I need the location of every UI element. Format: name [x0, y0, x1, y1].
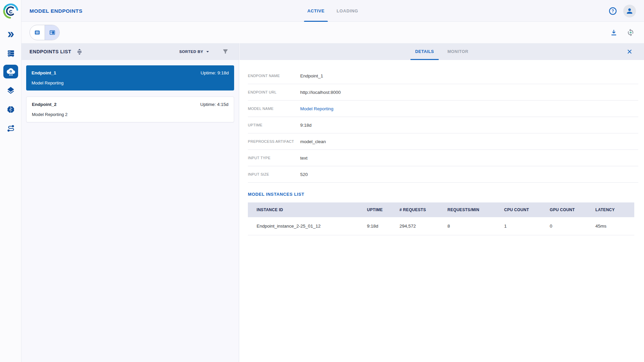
- content-area: ENDPOINTS LIST SORTED BY: [21, 43, 644, 362]
- endpoint-details-panel: DETAILS MONITOR ENDPOINT NAME Endpoint_1…: [239, 43, 644, 362]
- tab-loading-label: LOADING: [337, 8, 358, 13]
- instance-requests: 294,572: [399, 224, 447, 229]
- tab-active-label: ACTIVE: [307, 8, 324, 13]
- left-nav-rail: c: [0, 0, 21, 362]
- layers-icon[interactable]: [6, 86, 15, 95]
- endpoints-list-panel: ENDPOINTS LIST SORTED BY: [21, 43, 239, 362]
- table-row[interactable]: Endpoint_instance_2-25_01_12 9:18d 294,5…: [248, 217, 634, 235]
- instance-latency: 45ms: [595, 224, 634, 229]
- column-header: LATENCY: [595, 207, 634, 212]
- field-label: UPTIME: [248, 123, 300, 127]
- endpoint-model: Model Reporting: [32, 80, 229, 85]
- field-value: 520: [300, 172, 308, 177]
- endpoint-uptime: Uptime: 9:18d: [201, 70, 229, 75]
- instance-requests-per-min: 8: [447, 224, 504, 229]
- auto-refresh-pause-icon[interactable]: [627, 28, 635, 37]
- server-rack-icon[interactable]: [6, 49, 15, 58]
- instance-cpu-count: 1: [504, 224, 550, 229]
- person-icon: [626, 7, 634, 15]
- instance-id: Endpoint_instance_2-25_01_12: [248, 224, 367, 229]
- table-header-row: INSTANCE ID UPTIME # REQUESTS REQUESTS/M…: [248, 202, 634, 217]
- endpoints-list-header: ENDPOINTS LIST SORTED BY: [21, 43, 239, 60]
- endpoint-uptime: Uptime: 4:15d: [200, 102, 228, 107]
- column-header: # REQUESTS: [399, 207, 447, 212]
- field-value: Endpoint_1: [300, 73, 323, 78]
- model-instances-table: INSTANCE ID UPTIME # REQUESTS REQUESTS/M…: [248, 202, 634, 235]
- details-tabs: DETAILS MONITOR: [409, 43, 475, 60]
- brain-icon[interactable]: [6, 105, 15, 114]
- details-fields: ENDPOINT NAME Endpoint_1 ENDPOINT URL ht…: [248, 68, 638, 183]
- view-toggle: [30, 25, 60, 40]
- column-header: CPU COUNT: [504, 207, 550, 212]
- field-label: PREPROCESS ARTIFACT: [248, 139, 300, 143]
- list-view-icon[interactable]: [30, 25, 45, 40]
- field-row: INPUT SIZE 520: [248, 166, 638, 183]
- field-label: MODEL NAME: [248, 107, 300, 111]
- endpoint-card-1[interactable]: Endpoint_1 Uptime: 9:18d Model Reporting: [26, 65, 234, 90]
- download-icon[interactable]: [610, 28, 618, 37]
- page-title: MODEL ENDPOINTS: [30, 0, 83, 22]
- field-label: ENDPOINT NAME: [248, 74, 300, 78]
- model-name-link[interactable]: Model Reporting: [300, 106, 333, 111]
- column-header: GPU COUNT: [550, 207, 595, 212]
- topbar-icons: ?: [608, 0, 636, 22]
- tab-monitor[interactable]: MONITOR: [441, 43, 475, 60]
- field-row: UPTIME 9:18d: [248, 117, 638, 133]
- top-bar: MODEL ENDPOINTS ACTIVE LOADING ?: [21, 0, 644, 22]
- model-instances-list-title[interactable]: MODEL INSTANCES LIST: [248, 192, 644, 197]
- field-value: 9:18d: [300, 123, 312, 128]
- endpoint-name: Endpoint_1: [32, 70, 56, 75]
- cnvrg-logo-icon[interactable]: c: [3, 3, 19, 19]
- tab-loading[interactable]: LOADING: [331, 0, 364, 22]
- field-row: PREPROCESS ARTIFACT model_clean: [248, 133, 638, 150]
- instance-gpu-count: 0: [550, 224, 595, 229]
- endpoint-model: Model Reporting 2: [32, 112, 228, 117]
- field-row: MODEL NAME Model Reporting: [248, 101, 638, 117]
- column-header: REQUESTS/MIN: [447, 207, 504, 212]
- endpoints-list-title: ENDPOINTS LIST: [30, 49, 71, 54]
- toolbar-actions: [610, 22, 635, 43]
- model-endpoints-icon[interactable]: [3, 65, 18, 78]
- field-label: ENDPOINT URL: [248, 90, 300, 94]
- sort-icon[interactable]: [76, 48, 83, 55]
- field-label: INPUT SIZE: [248, 172, 300, 176]
- toolbar: [21, 22, 644, 43]
- details-header: DETAILS MONITOR: [239, 43, 644, 60]
- pipeline-icon[interactable]: [6, 124, 15, 133]
- field-row: ENDPOINT URL http://localhost:8000: [248, 84, 638, 101]
- field-label: INPUT TYPE: [248, 156, 300, 160]
- endpoints-cards: Endpoint_1 Uptime: 9:18d Model Reporting…: [21, 60, 239, 134]
- sorted-by-label: SORTED BY: [179, 50, 203, 54]
- tab-active[interactable]: ACTIVE: [301, 0, 330, 22]
- field-value: http://localhost:8000: [300, 90, 341, 95]
- instance-uptime: 9:18d: [367, 224, 399, 229]
- split-view-icon[interactable]: [45, 25, 59, 40]
- chevron-down-icon: [205, 49, 211, 55]
- user-avatar[interactable]: [623, 5, 636, 17]
- field-value: text: [300, 156, 308, 161]
- sorted-by-dropdown[interactable]: SORTED BY: [179, 49, 211, 55]
- svg-text:?: ?: [611, 9, 614, 13]
- endpoint-name: Endpoint_2: [32, 102, 57, 107]
- field-value: model_clean: [300, 139, 326, 144]
- column-header: UPTIME: [367, 207, 399, 212]
- tab-monitor-label: MONITOR: [447, 49, 468, 54]
- tab-details[interactable]: DETAILS: [409, 43, 441, 60]
- help-icon[interactable]: ?: [608, 7, 617, 15]
- filter-icon[interactable]: [222, 48, 229, 55]
- endpoint-card-2[interactable]: Endpoint_2 Uptime: 4:15d Model Reporting…: [26, 97, 234, 122]
- column-header: INSTANCE ID: [248, 207, 367, 212]
- field-row: INPUT TYPE text: [248, 150, 638, 166]
- svg-text:c: c: [9, 8, 12, 15]
- close-icon[interactable]: [627, 49, 633, 55]
- status-tabs: ACTIVE LOADING: [301, 0, 364, 22]
- double-arrow-icon[interactable]: [6, 30, 15, 39]
- tab-details-label: DETAILS: [415, 49, 434, 54]
- field-row: ENDPOINT NAME Endpoint_1: [248, 68, 638, 84]
